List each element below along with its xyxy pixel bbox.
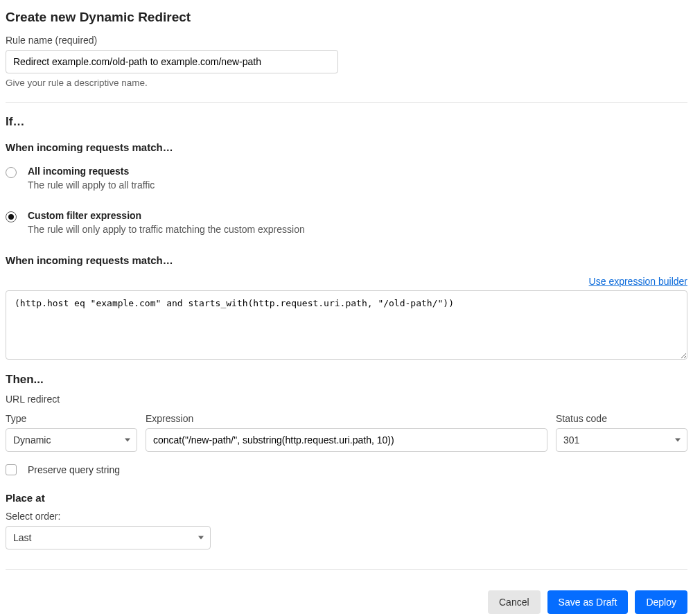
- radio-option-all[interactable]: All incoming requests The rule will appl…: [6, 166, 687, 191]
- page-title: Create new Dynamic Redirect: [6, 10, 687, 25]
- cancel-button[interactable]: Cancel: [488, 590, 541, 614]
- radio-custom-icon[interactable]: [6, 211, 17, 222]
- expression-builder-link[interactable]: Use expression builder: [589, 276, 687, 287]
- type-select[interactable]: Dynamic: [6, 428, 137, 452]
- preserve-query-row[interactable]: Preserve query string: [6, 464, 687, 475]
- expression-label: Expression: [146, 413, 547, 424]
- rule-name-label: Rule name (required): [6, 35, 687, 46]
- save-draft-button[interactable]: Save as Draft: [547, 590, 629, 614]
- preserve-query-checkbox[interactable]: [6, 464, 17, 475]
- select-order-label: Select order:: [6, 511, 687, 522]
- status-code-select[interactable]: 301: [556, 428, 687, 452]
- rule-name-field: Rule name (required) Give your rule a de…: [6, 35, 687, 88]
- radio-option-custom[interactable]: Custom filter expression The rule will o…: [6, 210, 687, 235]
- radio-custom-title: Custom filter expression: [28, 210, 687, 221]
- expression-input[interactable]: [146, 428, 547, 452]
- place-at-heading: Place at: [6, 492, 687, 504]
- match-heading-2: When incoming requests match…: [6, 254, 687, 266]
- match-heading: When incoming requests match…: [6, 141, 687, 153]
- divider: [6, 569, 687, 570]
- then-heading: Then...: [6, 373, 687, 387]
- divider: [6, 102, 687, 103]
- radio-custom-desc: The rule will only apply to traffic matc…: [28, 224, 687, 235]
- rule-name-input[interactable]: [6, 50, 338, 73]
- rule-name-help: Give your rule a descriptive name.: [6, 78, 687, 88]
- type-label: Type: [6, 413, 137, 424]
- radio-all-icon[interactable]: [6, 167, 17, 178]
- order-select[interactable]: Last: [6, 526, 211, 549]
- radio-all-title: All incoming requests: [28, 166, 687, 177]
- url-redirect-label: URL redirect: [6, 394, 687, 405]
- filter-expression-textarea[interactable]: (http.host eq "example.com" and starts_w…: [6, 290, 687, 360]
- if-heading: If…: [6, 115, 687, 129]
- deploy-button[interactable]: Deploy: [635, 590, 687, 614]
- status-code-label: Status code: [556, 413, 687, 424]
- radio-all-desc: The rule will apply to all traffic: [28, 179, 687, 191]
- preserve-query-label: Preserve query string: [28, 464, 120, 475]
